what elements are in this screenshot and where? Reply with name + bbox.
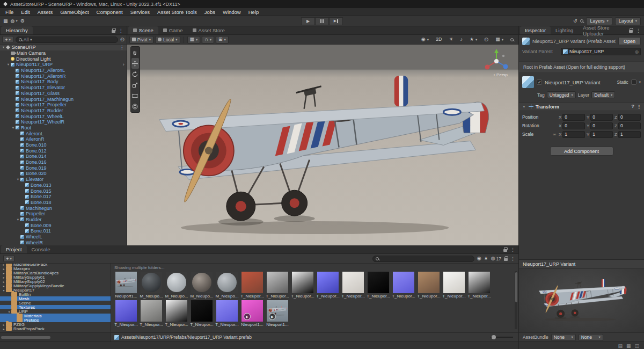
asset-tile-nieuport1-20[interactable]: ▶Nieuport1... — [240, 300, 264, 327]
tab-asset-store-uploader[interactable]: Asset Store Uploader — [578, 26, 629, 34]
folder-roadpropspack[interactable]: ▸RoadPropsPack — [0, 326, 111, 331]
hierarchy-item-nieuport17-rudder[interactable]: Nieuport17_Rudder — [0, 108, 127, 114]
hierarchy-item-nieuport17-body[interactable]: Nieuport17_Body — [0, 79, 127, 85]
2d-toggle-button[interactable]: 2D — [433, 36, 445, 43]
slider-knob[interactable] — [492, 335, 496, 339]
hierarchy-item-sceneurp[interactable]: ▾SceneURP⋮ — [0, 45, 127, 50]
hierarchy-item-nieuport17-elevator[interactable]: Nieuport17_Elevator — [0, 85, 127, 91]
expand-arrow[interactable]: ▾ — [16, 177, 20, 181]
expand-arrow[interactable]: ▾ — [2, 288, 6, 292]
scene-visibility-icon[interactable]: ◎ — [120, 37, 125, 42]
snap-magnet-icon-button[interactable]: ∩▾ — [202, 36, 214, 43]
expand-arrow[interactable]: ▸ — [2, 323, 6, 326]
variant-parent-object-field[interactable]: Nieuport17_URP ◎ — [561, 48, 641, 55]
tab-asset-store[interactable]: Asset Store — [188, 26, 230, 34]
transform-component-header[interactable]: ▾ Transform ? ⋮ — [519, 102, 644, 111]
menu-services[interactable]: Services — [127, 9, 153, 15]
folder-scene[interactable]: Scene — [0, 301, 111, 305]
assetbundle-dropdown[interactable]: None▾ — [551, 334, 576, 341]
layer-dropdown[interactable]: Default▾ — [591, 91, 615, 98]
preview-area[interactable] — [519, 269, 644, 332]
add-component-button[interactable]: Add Component — [550, 147, 613, 156]
overflow-menu-icon-wrap[interactable]: ▦ — [3, 19, 8, 24]
kebab-menu-icon[interactable]: ⋮ — [119, 28, 123, 33]
prefab-open-chevron[interactable]: › — [121, 62, 127, 67]
expand-arrow[interactable]: ▾ — [11, 126, 16, 130]
asset-tile-t-nieupor-16[interactable]: T_Nieupor... — [140, 300, 163, 327]
title-bar[interactable]: AssetStoreURP - SceneURP - Windows, Mac,… — [0, 0, 644, 8]
asset-tile-m-nieupo-1[interactable]: M_Nieupo... — [140, 272, 163, 299]
hierarchy-item-nieuport17-aileronr[interactable]: Nieuport17_AileronR — [0, 73, 127, 79]
rect-tool[interactable] — [131, 90, 139, 101]
lighting-toggle-icon-button[interactable]: ☀ — [446, 36, 456, 43]
hierarchy-item-bone-020[interactable]: Bone.020 — [0, 171, 127, 177]
account-icon-wrap[interactable]: ◍▾ — [11, 19, 18, 24]
hierarchy-item-nieuport17-aileronl[interactable]: Nieuport17_AileronL — [0, 68, 127, 74]
tag-dropdown[interactable]: Untagged▾ — [547, 91, 576, 98]
asset-tile-t-nieupor-9[interactable]: T_Nieupor... — [341, 272, 365, 299]
audio-toggle-icon-button[interactable]: ♪ — [458, 36, 466, 43]
scrollbar-thumb[interactable] — [1, 336, 50, 339]
hidden-count-badge[interactable]: ◍17 — [491, 256, 501, 261]
expand-arrow[interactable]: ▸ — [2, 280, 6, 283]
hierarchy-item-bone-016[interactable]: Bone.016 — [0, 159, 127, 165]
search-by-type-icon[interactable]: ◉ — [477, 256, 481, 261]
play-button-overlay[interactable]: ▶ — [244, 313, 251, 320]
hierarchy-item-bone-017[interactable]: Bone.017 — [0, 194, 127, 200]
step-button[interactable]: ▶ — [329, 17, 343, 25]
account-icon[interactable]: ◍ — [11, 19, 15, 24]
undo-history-icon[interactable]: ↺ — [573, 19, 577, 24]
expand-arrow[interactable]: ▸ — [2, 271, 6, 275]
snap-magnet-icon[interactable]: ∩ — [204, 37, 208, 42]
menu-assets[interactable]: Assets — [34, 9, 57, 15]
layout-dropdown[interactable]: Layout▾ — [615, 17, 641, 25]
folder-nieuport17[interactable]: ▾Nieuport17 — [0, 288, 111, 292]
folder-builtin[interactable]: BuiltIn — [0, 292, 111, 296]
scrollbar-thumb[interactable] — [515, 272, 517, 302]
kebab-menu-icon[interactable]: ⋮ — [118, 45, 127, 50]
hierarchy-item-nieuport17-glass[interactable]: Nieuport17_Glass — [0, 91, 127, 97]
tab-console[interactable]: Console — [27, 245, 55, 253]
asset-tile-nieuport1-0[interactable]: Nieuport1... — [114, 272, 138, 299]
gizmos-dropdown-icon[interactable]: ▦ — [495, 37, 500, 42]
axis-value-field[interactable]: 0 — [618, 122, 641, 129]
hierarchy-item-elevator[interactable]: ▾Elevator — [0, 177, 127, 183]
effects-dropdown-icon-button[interactable]: ★▾ — [467, 36, 480, 43]
tab-lighting[interactable]: Lighting — [551, 26, 578, 34]
kebab-menu-icon[interactable]: ⋮ — [636, 28, 641, 33]
local-global-toggle[interactable]: Local ▾ — [155, 36, 180, 43]
link-icon[interactable]: ∞ — [552, 132, 557, 137]
hierarchy-item-nieuport17-propeller[interactable]: Nieuport17_Propeller — [0, 102, 127, 108]
hierarchy-item-aileronr[interactable]: AileronR — [0, 136, 127, 142]
transform-tool[interactable] — [131, 101, 139, 112]
asset-tile-m-nieupo-2[interactable]: M_Nieupo... — [165, 272, 188, 299]
asset-tile-t-nieupor-18[interactable]: T_Nieupor... — [190, 300, 214, 327]
lock-icon[interactable] — [629, 30, 633, 33]
tab-scene[interactable]: Scene — [128, 26, 158, 34]
favorites-star-icon[interactable]: ★ — [484, 256, 488, 261]
menu-jobs[interactable]: Jobs — [201, 9, 219, 15]
hierarchy-item-nieuport17-wheell[interactable]: Nieuport17_WheelL — [0, 113, 127, 119]
rotate-tool[interactable] — [131, 69, 139, 79]
layout-grid-icon[interactable]: ▤ — [618, 343, 623, 348]
asset-tile-m-nieupo-3[interactable]: M_Nieupo... — [190, 272, 214, 299]
axis-value-field[interactable]: 1 — [618, 131, 641, 138]
menu-file[interactable]: File — [2, 9, 17, 15]
asset-tile-t-nieupor-6[interactable]: T_Nieupor... — [266, 272, 289, 299]
menu-help[interactable]: Help — [245, 9, 263, 15]
expand-arrow[interactable]: ▸ — [2, 284, 6, 288]
expand-arrow[interactable]: ▸ — [2, 267, 6, 271]
biplane-3d-model[interactable] — [127, 45, 518, 245]
hierarchy-item-wheell[interactable]: WheelL — [0, 234, 127, 240]
hierarchy-item-propeller[interactable]: Propeller — [0, 211, 127, 217]
horizontal-scrollbar[interactable] — [0, 333, 111, 341]
snap-increment-icon-button[interactable]: ⊞▾ — [216, 36, 229, 43]
expand-arrow[interactable]: ▾ — [7, 310, 11, 314]
axis-value-field[interactable]: 0 — [590, 114, 613, 121]
hierarchy-item-nieuport17-wheelr[interactable]: Nieuport17_WheelR — [0, 119, 127, 125]
asset-tile-t-nieupor-10[interactable]: T_Nieupor... — [367, 272, 390, 299]
asset-tile-t-nieupor-8[interactable]: T_Nieupor... — [316, 272, 340, 299]
menu-asset-store-tools[interactable]: Asset Store Tools — [153, 9, 201, 15]
hierarchy-item-bone-011[interactable]: Bone.011 — [0, 228, 127, 234]
kebab-menu-icon[interactable]: ⋮ — [510, 247, 515, 252]
